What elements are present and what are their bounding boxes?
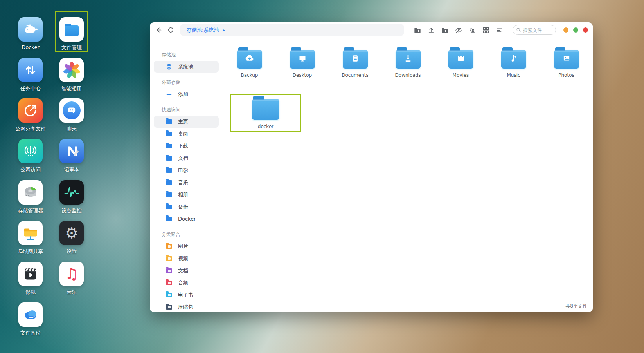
sidebar-item-music[interactable]: 音乐 (154, 176, 219, 188)
folder-icon (165, 118, 173, 125)
sidebar-item-archives[interactable]: 压缩包 (154, 301, 219, 312)
sidebar-item-docs[interactable]: 文档 (154, 264, 219, 277)
folder-icon (166, 180, 172, 185)
docker-icon (18, 17, 43, 42)
desktop-icon-file-manager[interactable]: 文件管理 (48, 17, 95, 51)
file-item-music[interactable]: Music (487, 50, 540, 78)
storage-manager-icon (18, 180, 43, 205)
file-item-label: Backup (241, 72, 258, 78)
folder-icon (166, 156, 172, 161)
back-button[interactable] (154, 25, 164, 35)
desktop-icon-public-share[interactable]: 公网分享文件 (7, 98, 54, 132)
file-manager-window: 存储池:系统池 ▸ 存储池系统池外部存储添加快速访问主页桌面下载文档电影音乐相册… (150, 22, 593, 312)
folder-icon (166, 244, 172, 249)
sort-button[interactable] (496, 27, 503, 34)
folder-icon (166, 192, 172, 197)
search-icon (516, 27, 521, 33)
hidden-files-button[interactable] (455, 27, 462, 34)
desktop-icon-label: 记事本 (48, 166, 95, 173)
settings-icon: ⚙ (59, 221, 84, 245)
sidebar-item-movies[interactable]: 电影 (154, 164, 219, 176)
desktop-icon-music[interactable]: ♫音乐 (48, 262, 95, 296)
search-input[interactable] (523, 27, 552, 33)
sidebar-item-ebooks[interactable]: 电子书 (154, 289, 219, 301)
flower-icon (62, 61, 81, 80)
folder-icon (165, 167, 173, 174)
desktop-icon-video[interactable]: 影视 (7, 262, 54, 296)
upload-button[interactable] (428, 27, 435, 34)
sidebar-item-documents[interactable]: 文档 (154, 152, 219, 164)
desktop-icon-settings[interactable]: ⚙设置 (48, 221, 95, 255)
sidebar-item-audio[interactable]: 音频 (154, 277, 219, 289)
folder-icon (554, 50, 579, 69)
desktop-icon-label: 局域网共享 (7, 248, 54, 255)
desktop-icon-device-monitor[interactable]: 设备监控 (48, 180, 95, 214)
folder-icon (166, 268, 172, 273)
blue-folder-icon (65, 25, 79, 36)
desktop-icon-storage-manager[interactable]: 存储管理器 (7, 180, 54, 214)
file-manager-icon (59, 17, 84, 42)
folder-icon (166, 293, 172, 297)
sidebar-item-label: 图片 (178, 243, 188, 250)
sidebar-item-label: 音乐 (178, 179, 188, 186)
file-item-documents[interactable]: Documents (329, 50, 381, 78)
folder-icon (165, 243, 173, 250)
document-glyph-icon (349, 52, 361, 66)
file-item-downloads[interactable]: Downloads (381, 50, 434, 78)
folder-icon (448, 50, 473, 69)
sidebar-item-label: 系统池 (178, 63, 193, 71)
desktop-icon-chat[interactable]: 聊天 (48, 98, 95, 132)
note-glyph-icon (508, 52, 520, 66)
folder-icon (166, 119, 172, 124)
sidebar-item-docker[interactable]: Docker (154, 213, 219, 225)
file-item-label: docker (258, 124, 273, 129)
desktop-icon-file-backup[interactable]: 文件备份 (7, 302, 54, 337)
sidebar-item-pictures[interactable]: 图片 (154, 240, 219, 252)
desktop-icon-lan-share[interactable]: 局域网共享 (7, 221, 54, 255)
file-item-movies[interactable]: Movies (434, 50, 487, 78)
minimize-button[interactable] (563, 27, 568, 33)
refresh-button[interactable] (166, 25, 176, 35)
desktop-icon-notepad[interactable]: 记事本 (48, 139, 95, 173)
user-share-button[interactable] (469, 27, 476, 34)
breadcrumb-path[interactable]: 存储池:系统池 (187, 27, 219, 34)
file-backup-icon (18, 302, 43, 327)
desktop-icon-task-center[interactable]: 任务中心 (7, 58, 54, 92)
sidebar-item-downloads[interactable]: 下载 (154, 140, 219, 152)
close-button[interactable] (583, 27, 588, 33)
sidebar-item-add-external[interactable]: 添加 (154, 88, 219, 100)
sidebar-item-label: 相册 (178, 191, 188, 198)
sidebar-item-label: Docker (178, 216, 196, 222)
sidebar-item-albums[interactable]: 相册 (154, 188, 219, 201)
sidebar-item-label: 视频 (178, 255, 188, 262)
sidebar-item-label: 桌面 (178, 130, 188, 138)
sidebar-item-backup[interactable]: 备份 (154, 201, 219, 213)
sidebar-item-system-pool[interactable]: 系统池 (154, 61, 219, 73)
user-share-icon (469, 27, 476, 34)
sidebar-section-label: 外部存储 (150, 78, 223, 87)
file-item-docker[interactable]: docker (239, 99, 292, 129)
desktop-icon-docker[interactable]: Docker (7, 17, 54, 50)
file-item-label: Desktop (293, 72, 312, 78)
sidebar-item-home[interactable]: 主页 (154, 116, 219, 128)
hidden-files-icon (455, 27, 462, 34)
sidebar-item-videos[interactable]: 视频 (154, 252, 219, 264)
desktop-icon-smart-album[interactable]: 智能相册 (48, 58, 95, 92)
sidebar-item-label: 文档 (178, 155, 188, 162)
refresh-icon (167, 26, 174, 34)
desktop-icon-public-access[interactable]: 公网访问 (7, 139, 54, 173)
breadcrumb[interactable]: 存储池:系统池 ▸ (180, 24, 404, 36)
sidebar-item-label: 备份 (178, 203, 188, 210)
maximize-button[interactable] (573, 27, 578, 33)
music-note-icon: ♫ (65, 266, 78, 281)
folder-icon (237, 50, 262, 69)
folder-upload-button[interactable] (441, 27, 448, 34)
file-item-photos[interactable]: Photos (540, 50, 593, 78)
grid-view-button[interactable] (482, 27, 489, 34)
folder-icon (166, 256, 172, 261)
file-item-backup[interactable]: Backup (223, 50, 276, 78)
search-box[interactable] (513, 25, 556, 35)
sidebar-item-desktop[interactable]: 桌面 (154, 128, 219, 140)
file-item-desktop[interactable]: Desktop (276, 50, 329, 78)
new-folder-button[interactable] (414, 27, 421, 34)
